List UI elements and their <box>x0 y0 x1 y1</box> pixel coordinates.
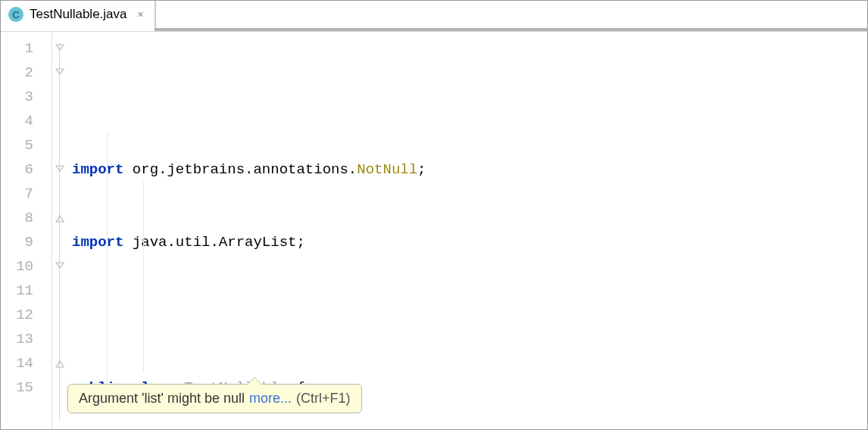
fold-toggle-icon[interactable] <box>54 260 65 272</box>
line-number: 6 <box>1 157 33 182</box>
line-number: 3 <box>1 85 33 109</box>
line-number: 1 <box>1 36 33 61</box>
svg-marker-0 <box>56 45 64 50</box>
svg-marker-4 <box>56 263 64 268</box>
editor-tab[interactable]: C TestNullable.java × <box>1 1 155 28</box>
tooltip-shortcut: (Ctrl+F1) <box>296 391 351 407</box>
line-number: 11 <box>1 279 33 303</box>
line-number: 13 <box>1 327 33 351</box>
fold-toggle-icon[interactable] <box>54 164 65 175</box>
indent-guide <box>107 133 108 398</box>
tab-filename: TestNullable.java <box>30 7 127 22</box>
code-editor[interactable]: 1 2 3 4 5 6 7 8 9 10 11 12 13 14 15 <box>1 31 867 429</box>
line-number: 2 <box>1 61 33 85</box>
code-area[interactable]: import org.jetbrains.annotations.NotNull… <box>72 32 573 429</box>
fold-toggle-icon[interactable] <box>54 357 65 369</box>
svg-marker-3 <box>56 216 64 222</box>
code-line: import org.jetbrains.annotations.NotNull… <box>72 157 573 182</box>
fold-toggle-icon[interactable] <box>54 42 65 54</box>
line-number: 10 <box>1 254 33 279</box>
fold-toggle-icon[interactable] <box>54 67 65 78</box>
svg-marker-2 <box>56 166 64 171</box>
svg-marker-1 <box>56 69 64 74</box>
line-number: 5 <box>1 133 33 157</box>
line-number: 8 <box>1 206 33 230</box>
tooltip-message: Argument 'list' might be null <box>79 391 245 407</box>
close-icon[interactable]: × <box>133 8 144 20</box>
class-file-icon: C <box>8 7 23 22</box>
fold-toggle-icon[interactable] <box>54 212 65 223</box>
tab-bar-empty <box>155 1 867 28</box>
fold-column <box>52 32 72 429</box>
indent-guide <box>143 182 144 372</box>
svg-marker-5 <box>56 361 64 367</box>
line-number: 14 <box>1 351 33 375</box>
line-number: 9 <box>1 230 33 254</box>
line-number: 7 <box>1 182 33 206</box>
line-number-gutter: 1 2 3 4 5 6 7 8 9 10 11 12 13 14 15 <box>1 32 52 429</box>
line-number: 4 <box>1 109 33 133</box>
tab-bar: C TestNullable.java × <box>1 1 867 31</box>
code-line: import java.util.ArrayList; <box>72 230 573 254</box>
inspection-tooltip: Argument 'list' might be null more... (C… <box>67 384 362 413</box>
code-line <box>72 303 573 327</box>
tooltip-more-link[interactable]: more... <box>249 391 292 407</box>
line-number: 15 <box>1 375 33 400</box>
line-number: 12 <box>1 303 33 327</box>
